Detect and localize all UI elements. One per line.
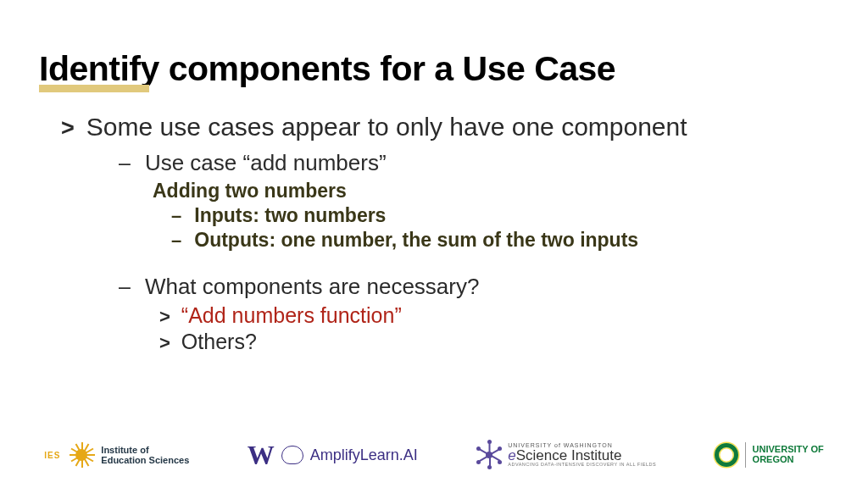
dash-icon: – xyxy=(171,205,181,227)
ies-logo: IES Institute of Education Sciences xyxy=(44,442,189,468)
detail-outputs: – Outputs: one number, the sum of the tw… xyxy=(171,229,829,252)
sub-item-question: – What components are necessary? xyxy=(119,274,829,300)
sub-item-text: Use case “add numbers” xyxy=(145,150,387,176)
sub-list-3: > “Add numbers function” > Others? xyxy=(159,303,829,354)
ies-line2: Education Sciences xyxy=(101,455,189,465)
footer-logos: IES Institute of Education Sciences W Am… xyxy=(0,432,868,478)
ies-text: Institute of Education Sciences xyxy=(101,445,189,465)
inputs-text: Inputs: two numbers xyxy=(194,204,386,227)
brain-icon xyxy=(281,446,303,464)
answer1-text: “Add numbers function” xyxy=(181,303,402,328)
uoregon-logo: UNIVERSITY OF OREGON xyxy=(715,442,824,468)
outputs-text: Outputs: one number, the sum of the two … xyxy=(194,229,638,252)
network-icon xyxy=(476,441,503,469)
chevron-icon: > xyxy=(159,306,170,328)
answer-item-1: > “Add numbers function” xyxy=(159,303,829,328)
question-text: What components are necessary? xyxy=(145,274,480,300)
divider xyxy=(745,442,746,468)
dash-icon: – xyxy=(119,151,131,175)
ies-label: IES xyxy=(44,451,60,460)
sub-item-usecase: – Use case “add numbers” xyxy=(119,150,829,176)
chevron-icon: > xyxy=(159,332,170,354)
sub-list-1: – Use case “add numbers” Adding two numb… xyxy=(119,150,829,354)
dash-icon: – xyxy=(119,274,131,299)
oregon-o-icon xyxy=(715,443,738,467)
sun-icon xyxy=(69,442,94,468)
slide-body: Identify components for a Use Case > Som… xyxy=(0,0,868,354)
answer-item-2: > Others? xyxy=(159,330,829,354)
spacer xyxy=(119,253,829,274)
w-icon: W xyxy=(248,440,275,471)
main-bullet: > Some use cases appear to only have one… xyxy=(61,113,829,141)
sub-list-2: Adding two numbers – Inputs: two numbers… xyxy=(153,180,829,252)
dash-icon: – xyxy=(171,230,181,252)
detail-title: Adding two numbers xyxy=(153,180,829,202)
slide-title: Identify components for a Use Case xyxy=(39,49,615,89)
esci-bot: ADVANCING DATA-INTENSIVE DISCOVERY IN AL… xyxy=(508,463,656,468)
title-underline-accent xyxy=(39,85,149,92)
chevron-icon: > xyxy=(61,115,75,141)
main-bullet-text: Some use cases appear to only have one c… xyxy=(86,113,687,141)
escience-text: UNIVERSITY of WASHINGTON eScience Instit… xyxy=(508,442,656,468)
amplify-logo: W AmplifyLearn.AI xyxy=(248,440,418,471)
detail-inputs: – Inputs: two numbers xyxy=(171,204,829,227)
esci-mid: eScience Institute xyxy=(508,448,656,463)
escience-logo: UNIVERSITY of WASHINGTON eScience Instit… xyxy=(476,441,656,469)
uo-line2: OREGON xyxy=(753,455,824,465)
answer2-text: Others? xyxy=(181,330,257,354)
amplify-text: AmplifyLearn.AI xyxy=(310,446,418,464)
content-area: > Some use cases appear to only have one… xyxy=(39,113,829,354)
uo-text: UNIVERSITY OF OREGON xyxy=(753,445,824,464)
title-text: Identify components for a Use Case xyxy=(39,49,615,88)
ies-line1: Institute of xyxy=(101,445,189,455)
